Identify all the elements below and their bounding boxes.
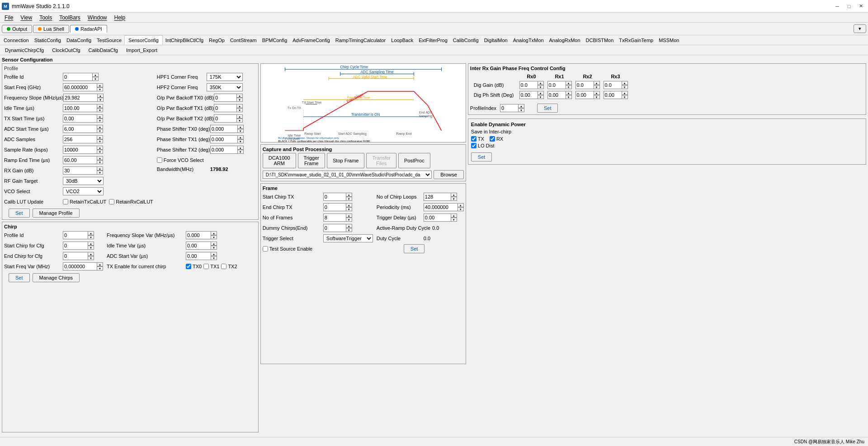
test-source-checkbox-label[interactable]: Test Source Enable	[263, 246, 312, 251]
chirp-profile-id-up[interactable]: ▲	[88, 231, 94, 235]
dummy-chirps-up[interactable]: ▲	[346, 224, 352, 228]
dig-ph-rx0-field[interactable]	[519, 91, 538, 99]
start-freq-field[interactable]	[63, 83, 97, 91]
menu-view[interactable]: View	[17, 13, 36, 22]
rx-dynamic-checkbox-label[interactable]: RX	[490, 136, 503, 142]
tab-output[interactable]: Output	[2, 25, 32, 33]
sample-rate-up[interactable]: ▲	[97, 146, 103, 150]
freq-slope-field[interactable]	[63, 94, 97, 102]
idle-time-field[interactable]	[63, 104, 97, 112]
rx-dynamic-checkbox[interactable]	[490, 136, 495, 142]
adc-start-field[interactable]	[63, 125, 97, 133]
pwr-backoff-tx1-input[interactable]: ▲ ▼	[214, 104, 243, 112]
pwr-backoff-tx1-field[interactable]	[214, 104, 236, 112]
start-chirp-tx-down[interactable]: ▼	[346, 197, 352, 201]
end-chirp-cfg-field[interactable]	[63, 252, 88, 260]
pwr-backoff-tx0-field[interactable]	[214, 94, 236, 102]
nav-mssmon[interactable]: MSSMon	[656, 35, 682, 45]
idle-time-input[interactable]: ▲ ▼	[63, 104, 103, 112]
chirp-profile-id-down[interactable]: ▼	[88, 235, 94, 239]
idle-time-var-up[interactable]: ▲	[211, 242, 217, 246]
end-chirp-cfg-down[interactable]: ▼	[88, 256, 94, 260]
start-freq-down[interactable]: ▼	[97, 87, 103, 91]
hpf1-select[interactable]: 175K	[207, 73, 243, 81]
menu-toolbars[interactable]: ToolBars	[56, 13, 84, 22]
nav-dcbistmon[interactable]: DCBISTMon	[583, 35, 617, 45]
maximize-button[interactable]: □	[844, 2, 854, 11]
adc-samples-field[interactable]	[63, 135, 97, 143]
transfer-files-button[interactable]: TransferFiles	[366, 153, 396, 168]
pwr-backoff-tx2-down[interactable]: ▼	[236, 119, 243, 123]
no-chirp-loops-input[interactable]: ▲ ▼	[424, 193, 457, 201]
minimize-button[interactable]: ─	[832, 2, 843, 11]
adc-start-var-down[interactable]: ▼	[211, 256, 217, 260]
phase-tx1-input[interactable]: ▲ ▼	[210, 135, 244, 143]
phase-tx2-input[interactable]: ▲ ▼	[210, 146, 244, 154]
dig-gain-rx2-down[interactable]: ▼	[594, 85, 600, 89]
end-chirp-tx-field[interactable]	[323, 203, 346, 211]
nav-contstream[interactable]: ContStream	[227, 35, 259, 45]
nav-staticconfig[interactable]: StaticConfig	[32, 35, 64, 45]
start-chirp-cfg-input[interactable]: ▲ ▼	[63, 242, 94, 250]
pwr-backoff-tx2-input[interactable]: ▲ ▼	[214, 114, 243, 123]
dig-ph-rx2-up[interactable]: ▲	[594, 91, 600, 95]
end-chirp-tx-input[interactable]: ▲ ▼	[323, 203, 352, 211]
menu-window[interactable]: Window	[84, 13, 111, 22]
rx-gain-down[interactable]: ▼	[97, 171, 103, 175]
start-chirp-cfg-down[interactable]: ▼	[88, 246, 94, 250]
pwr-backoff-tx2-up[interactable]: ▲	[236, 114, 243, 119]
tx-start-up[interactable]: ▲	[97, 114, 103, 119]
freq-slope-down[interactable]: ▼	[97, 98, 104, 102]
dig-gain-rx0-down[interactable]: ▼	[538, 85, 544, 89]
sample-rate-input[interactable]: ▲ ▼	[63, 146, 103, 154]
adc-samples-up[interactable]: ▲	[97, 135, 103, 139]
trigger-delay-input[interactable]: ▲ ▼	[424, 214, 457, 222]
chirp-profile-id-input[interactable]: ▲ ▼	[63, 231, 94, 239]
vco-select[interactable]: VCO2	[63, 187, 104, 195]
tx-dynamic-checkbox[interactable]	[471, 136, 476, 142]
start-freq-up[interactable]: ▲	[97, 83, 103, 87]
rx-gain-up[interactable]: ▲	[97, 166, 103, 171]
no-of-frames-field[interactable]	[323, 214, 346, 222]
profile-index-up[interactable]: ▲	[518, 104, 524, 108]
dig-ph-rx1[interactable]: ▲ ▼	[547, 91, 572, 99]
phase-tx1-field[interactable]	[210, 135, 237, 143]
dig-ph-rx2[interactable]: ▲ ▼	[576, 91, 600, 99]
phase-tx2-up[interactable]: ▲	[237, 146, 244, 150]
start-chirp-cfg-field[interactable]	[63, 242, 88, 250]
nav-loopback[interactable]: LoopBack	[388, 35, 416, 45]
force-vco-check[interactable]	[157, 157, 162, 163]
dig-gain-rx1-up[interactable]: ▲	[566, 81, 572, 85]
freq-slope-var-field[interactable]	[186, 231, 211, 239]
start-chirp-tx-field[interactable]	[323, 193, 346, 201]
dig-gain-rx3-up[interactable]: ▲	[622, 81, 628, 85]
nav-sensorconfig[interactable]: SensorConfig	[124, 35, 163, 45]
freq-slope-var-down[interactable]: ▼	[211, 235, 217, 239]
nav-ramptiming[interactable]: RampTimingCalculator	[333, 35, 388, 45]
tx-start-down[interactable]: ▼	[97, 119, 103, 123]
dig-gain-rx3-field[interactable]	[604, 81, 622, 89]
nav-bpmconfig[interactable]: BPMConfig	[259, 35, 290, 45]
dig-gain-rx2-up[interactable]: ▲	[594, 81, 600, 85]
dig-gain-rx2[interactable]: ▲ ▼	[576, 81, 600, 89]
nav-dataconfig[interactable]: DataConfig	[64, 35, 94, 45]
trigger-delay-up[interactable]: ▲	[451, 214, 457, 218]
dig-gain-rx0-up[interactable]: ▲	[538, 81, 544, 85]
nav-analogtxmon[interactable]: AnalogTxMon	[510, 35, 547, 45]
trigger-frame-button[interactable]: TriggerFrame	[298, 153, 325, 168]
trigger-select-dropdown[interactable]: SoftwareTrigger	[323, 234, 373, 242]
dig-gain-rx0[interactable]: ▲ ▼	[519, 81, 544, 89]
pwr-backoff-tx0-down[interactable]: ▼	[236, 98, 243, 102]
start-chirp-tx-up[interactable]: ▲	[346, 193, 352, 197]
tx-dynamic-checkbox-label[interactable]: TX	[471, 136, 484, 142]
no-chirp-loops-down[interactable]: ▼	[451, 197, 457, 201]
start-chirp-cfg-up[interactable]: ▲	[88, 242, 94, 246]
dig-ph-rx0-up[interactable]: ▲	[538, 91, 544, 95]
adc-start-down[interactable]: ▼	[97, 129, 103, 133]
start-chirp-tx-input[interactable]: ▲ ▼	[323, 193, 352, 201]
chirp-profile-id-field[interactable]	[63, 231, 88, 239]
start-freq-var-input[interactable]: ▲ ▼	[63, 262, 103, 270]
config-tab-clockout[interactable]: ClockOutCfg	[48, 45, 84, 55]
dynamic-set-button[interactable]: Set	[471, 152, 492, 161]
profile-id-down[interactable]: ▼	[92, 77, 99, 81]
